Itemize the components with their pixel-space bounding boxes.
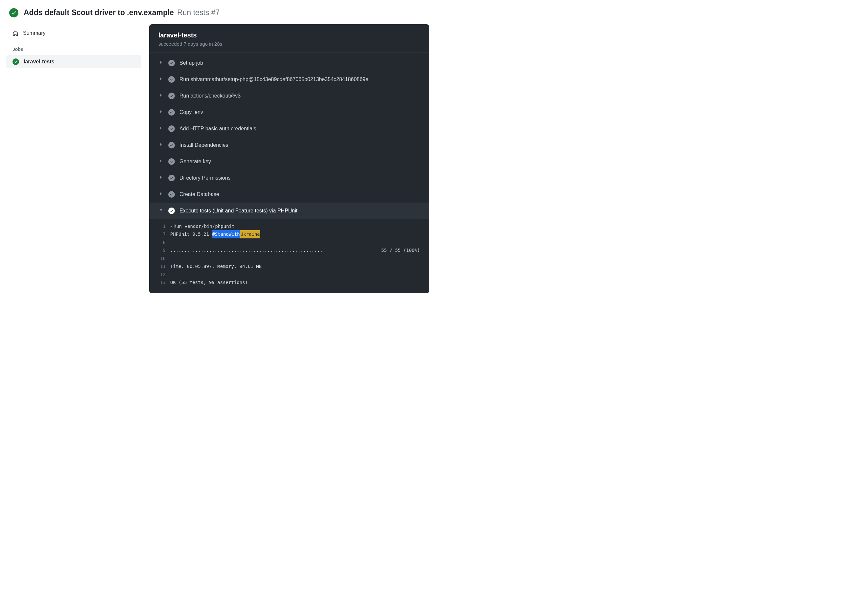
log-line-text xyxy=(170,270,420,279)
success-check-icon xyxy=(168,175,175,181)
chevron-right-icon xyxy=(158,76,164,83)
success-check-icon xyxy=(168,207,175,214)
step-label: Run shivammathur/setup-php@15c43e89cdef8… xyxy=(180,77,369,82)
log-line-number: 12 xyxy=(158,270,170,279)
success-check-icon xyxy=(168,93,175,99)
log-line: 11Time: 00:05.897, Memory: 94.61 MB xyxy=(158,262,420,270)
step-row[interactable]: Add HTTP basic auth credentials xyxy=(149,121,429,137)
step-row[interactable]: Copy .env xyxy=(149,104,429,121)
sidebar: Summary Jobs laravel-tests xyxy=(3,24,141,293)
chevron-down-icon xyxy=(158,207,164,214)
home-icon xyxy=(13,30,18,36)
success-check-icon xyxy=(168,126,175,132)
log-line-number: 7 xyxy=(158,230,170,238)
log-line-number: 8 xyxy=(158,238,170,247)
step-label: Run actions/checkout@v3 xyxy=(180,93,241,99)
step-label: Add HTTP basic auth credentials xyxy=(180,126,256,132)
log-line-number: 1 xyxy=(158,222,170,231)
log-line: 12 xyxy=(158,270,420,279)
log-line-text: ▸Run vendor/bin/phpunit xyxy=(170,222,420,231)
chevron-right-icon xyxy=(158,191,164,198)
log-line-text xyxy=(170,255,420,263)
jobs-heading: Jobs xyxy=(6,39,141,55)
panel-meta: succeeded 7 days ago in 28s xyxy=(158,41,420,47)
log-line-text: OK (55 tests, 99 assertions) xyxy=(170,278,420,287)
log-line-number: 9 xyxy=(158,246,170,255)
log-line-text: PHPUnit 9.5.21 #StandWithUkraine xyxy=(170,230,420,238)
chevron-right-icon xyxy=(158,142,164,148)
step-label: Set up job xyxy=(180,60,203,66)
chevron-right-icon xyxy=(158,93,164,99)
sidebar-job-laravel-tests[interactable]: laravel-tests xyxy=(6,55,141,68)
step-label: Generate key xyxy=(180,159,211,165)
log-line: 10 xyxy=(158,255,420,263)
step-row[interactable]: Set up job xyxy=(149,55,429,71)
chevron-right-icon xyxy=(158,109,164,116)
success-check-icon xyxy=(168,76,175,83)
log-line-text xyxy=(170,238,420,247)
log-line: 13OK (55 tests, 99 assertions) xyxy=(158,278,420,287)
chevron-right-icon xyxy=(158,158,164,165)
sidebar-job-label: laravel-tests xyxy=(24,59,54,65)
step-label: Install Dependencies xyxy=(180,142,228,148)
success-check-icon xyxy=(168,142,175,148)
log-line: 8 xyxy=(158,238,420,247)
step-row[interactable]: Run shivammathur/setup-php@15c43e89cdef8… xyxy=(149,71,429,88)
workflow-title[interactable]: Adds default Scout driver to .env.exampl… xyxy=(24,8,174,18)
success-check-icon xyxy=(168,60,175,66)
sidebar-summary-label: Summary xyxy=(23,30,45,36)
step-row[interactable]: Run actions/checkout@v3 xyxy=(149,88,429,104)
workflow-header: Adds default Scout driver to .env.exampl… xyxy=(0,0,433,24)
step-label: Copy .env xyxy=(180,109,203,115)
workflow-run-name[interactable]: Run tests #7 xyxy=(177,8,219,18)
step-row[interactable]: Directory Permissions xyxy=(149,170,429,186)
step-row[interactable]: Generate key xyxy=(149,153,429,170)
log-panel: laravel-tests succeeded 7 days ago in 28… xyxy=(149,24,429,293)
sidebar-summary[interactable]: Summary xyxy=(6,27,141,39)
chevron-right-icon xyxy=(158,175,164,181)
log-line-text: Time: 00:05.897, Memory: 94.61 MB xyxy=(170,262,420,270)
success-check-icon xyxy=(168,191,175,198)
step-row[interactable]: Install Dependencies xyxy=(149,137,429,153)
success-check-icon xyxy=(9,8,18,17)
panel-title: laravel-tests xyxy=(158,31,420,39)
log-line: 9.......................................… xyxy=(158,246,420,255)
chevron-right-icon xyxy=(158,60,164,66)
success-check-icon xyxy=(168,158,175,165)
log-line-text: ........................................… xyxy=(170,246,420,255)
chevron-right-icon xyxy=(158,126,164,132)
step-label: Create Database xyxy=(180,192,219,197)
log-line: 1▸Run vendor/bin/phpunit xyxy=(158,222,420,231)
success-check-icon xyxy=(168,109,175,116)
step-label: Execute tests (Unit and Feature tests) v… xyxy=(180,208,298,214)
log-line-number: 13 xyxy=(158,278,170,287)
log-output: 1▸Run vendor/bin/phpunit7PHPUnit 9.5.21 … xyxy=(149,219,429,293)
log-line-number: 11 xyxy=(158,262,170,270)
log-line: 7PHPUnit 9.5.21 #StandWithUkraine xyxy=(158,230,420,238)
success-check-icon xyxy=(13,58,19,65)
log-line-number: 10 xyxy=(158,255,170,263)
step-label: Directory Permissions xyxy=(180,175,231,181)
step-row[interactable]: Execute tests (Unit and Feature tests) v… xyxy=(149,203,429,219)
step-row[interactable]: Create Database xyxy=(149,186,429,203)
